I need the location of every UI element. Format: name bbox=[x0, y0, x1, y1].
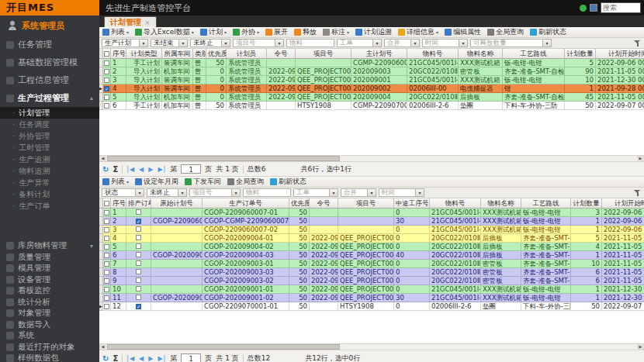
chevron-down-icon[interactable]: ▾ bbox=[410, 40, 419, 47]
checkbox-icon[interactable] bbox=[136, 295, 141, 300]
chevron-down-icon[interactable]: ▾ bbox=[436, 29, 438, 35]
checkbox-icon[interactable] bbox=[136, 278, 141, 283]
scrollbar-thumb[interactable] bbox=[107, 156, 340, 161]
checkbox-icon[interactable]: ✓ bbox=[136, 219, 141, 224]
table-row[interactable]: 8CGOP-202009003-03502022-09QEE_PROJECT00… bbox=[99, 268, 644, 277]
row-select-checkbox[interactable] bbox=[103, 302, 111, 311]
column-header[interactable]: 优先度 bbox=[206, 49, 227, 59]
checkbox-icon[interactable] bbox=[136, 260, 141, 266]
column-header[interactable]: 计划数量 bbox=[565, 49, 596, 59]
tab-plan-management[interactable]: 计划管理 × bbox=[104, 16, 157, 27]
toolbar-button[interactable]: 释放 bbox=[294, 27, 317, 37]
column-header[interactable]: 计划开始时间 bbox=[596, 49, 644, 59]
sidebar-item[interactable]: 对象管理 bbox=[0, 308, 99, 319]
row-select-checkbox[interactable] bbox=[103, 234, 111, 243]
column-header[interactable]: 优先度 bbox=[289, 198, 310, 209]
sidebar-item[interactable]: 生产过程管理▴ bbox=[0, 89, 99, 107]
chevron-down-icon[interactable]: ▾ bbox=[372, 40, 381, 47]
table-row[interactable]: 1CGOP-2209060007-0150021GC045/001I-00XXX… bbox=[99, 209, 644, 217]
table-row[interactable]: 5CGOP-202009004-02502022-09QEE_PROJECT00… bbox=[99, 243, 644, 251]
filter-combo[interactable]: 时间▾ bbox=[422, 39, 468, 47]
column-header[interactable]: 工艺路线 bbox=[521, 198, 571, 209]
filter-combo[interactable]: 时间▾ bbox=[379, 188, 424, 197]
row-select-checkbox[interactable] bbox=[103, 268, 111, 277]
toolbar-button[interactable]: 外协▾ bbox=[233, 27, 259, 37]
page-number-input[interactable]: 1 bbox=[181, 164, 201, 174]
column-header[interactable]: 物料号 bbox=[430, 198, 481, 209]
window-icon[interactable] bbox=[590, 4, 597, 12]
chevron-down-icon[interactable]: ▾ bbox=[257, 29, 259, 35]
column-header[interactable]: 项目号 bbox=[296, 49, 351, 59]
checkbox-icon[interactable] bbox=[136, 286, 141, 291]
sidebar-item[interactable]: 数据导入 bbox=[0, 319, 99, 331]
plan-hscrollbar[interactable]: ◀ ▶ bbox=[99, 155, 644, 162]
row-select-checkbox[interactable] bbox=[103, 260, 111, 268]
sidebar-item[interactable]: ·物料追溯 bbox=[0, 165, 99, 177]
filter-combo[interactable]: 未终止▾ bbox=[190, 39, 230, 47]
toolbar-button[interactable]: 导入Excel数据▾ bbox=[135, 27, 194, 37]
column-header[interactable]: 类别 bbox=[193, 49, 206, 59]
scroll-left-icon[interactable]: ◀ bbox=[99, 156, 106, 161]
checkbox-icon[interactable] bbox=[136, 235, 141, 240]
toolbar-button[interactable]: 下发车间 bbox=[185, 177, 221, 187]
filter-combo[interactable]: 物料 bbox=[243, 188, 291, 197]
toolbar-button[interactable]: 详细信息▾ bbox=[398, 27, 438, 37]
sidebar-item[interactable]: 基础数据管理模 bbox=[0, 53, 99, 71]
refresh-icon[interactable]: ↻ bbox=[102, 354, 109, 362]
filter-funnel-icon[interactable] bbox=[634, 190, 641, 196]
column-header[interactable]: 计划数量 bbox=[571, 198, 602, 209]
row-select-checkbox[interactable]: ✓ bbox=[103, 84, 111, 93]
row-select-checkbox[interactable] bbox=[103, 294, 111, 302]
toolbar-button[interactable]: 全局查询 bbox=[227, 177, 264, 187]
table-row[interactable]: 11CGOP-202009001-01CGOP-202009001-025020… bbox=[99, 294, 644, 302]
toolbar-button[interactable]: 全局查询 bbox=[487, 27, 524, 37]
column-header[interactable]: 物料号 bbox=[407, 49, 459, 59]
table-row[interactable]: 1手工计划装调车间普50系统管理员CGMP-220906000721GC045/… bbox=[99, 59, 644, 67]
filter-combo[interactable]: 合并▾ bbox=[341, 188, 376, 197]
filter-combo[interactable]: 未结束▾ bbox=[151, 39, 188, 47]
sidebar-item[interactable]: ·工时管理 bbox=[0, 142, 99, 153]
row-select-checkbox[interactable] bbox=[103, 209, 111, 217]
checkbox-icon[interactable] bbox=[136, 209, 141, 215]
column-header[interactable]: 项目号 bbox=[338, 198, 394, 209]
scroll-left-icon[interactable]: ◀ bbox=[99, 344, 106, 350]
tab-close-icon[interactable]: × bbox=[144, 19, 151, 26]
table-row[interactable]: ▶12✓CGOP-2209070001-0150HTSY1908002006II… bbox=[99, 302, 644, 311]
first-page-icon[interactable]: |◀ bbox=[126, 166, 135, 173]
column-header[interactable]: 主计划号 bbox=[351, 49, 407, 59]
filter-combo[interactable]: 工单▾ bbox=[337, 39, 382, 47]
row-select-checkbox[interactable] bbox=[103, 243, 111, 251]
sidebar-item[interactable]: ·生产异常 bbox=[0, 177, 99, 188]
toolbar-button[interactable]: 计划追溯 bbox=[355, 27, 392, 37]
toolbar-button[interactable]: 刷新状态 bbox=[270, 177, 306, 187]
table-row[interactable]: 5导入计划机加车间普0系统管理员2022-09QEE_PROJECT001202… bbox=[99, 93, 644, 102]
row-select-checkbox[interactable] bbox=[103, 285, 111, 294]
select-all-checkbox[interactable] bbox=[103, 49, 111, 59]
sidebar-item[interactable]: 设备管理 bbox=[0, 274, 99, 286]
select-all-checkbox[interactable] bbox=[103, 198, 111, 209]
column-header[interactable]: 序号 bbox=[111, 198, 126, 209]
chevron-down-icon[interactable]: ▾ bbox=[224, 29, 227, 35]
chevron-down-icon[interactable]: ▾ bbox=[126, 29, 129, 35]
table-row[interactable]: 3导入计划装调车间普0系统管理员2022-09QEE_PROJECT001202… bbox=[99, 76, 644, 84]
toolbar-button[interactable]: 刷新状态 bbox=[530, 27, 566, 37]
sidebar-item[interactable]: 最近打开的对象 bbox=[0, 342, 99, 353]
table-row[interactable]: 6手工计划机加车间普50系统管理员HTSY1908CGMP-2209070001… bbox=[99, 102, 644, 110]
toolbar-button[interactable]: 设定年月周 bbox=[135, 177, 178, 187]
global-search-input[interactable] bbox=[601, 2, 641, 13]
chevron-down-icon[interactable]: ▾ bbox=[221, 40, 230, 47]
toolbar-button[interactable]: 展开 bbox=[265, 27, 288, 37]
sidebar-item[interactable]: ·生产追溯 bbox=[0, 153, 99, 165]
column-header[interactable]: 工艺路线 bbox=[503, 49, 565, 59]
sidebar-item[interactable]: ·任务调度 bbox=[0, 119, 99, 130]
chevron-down-icon[interactable]: ▾ bbox=[367, 189, 376, 196]
chevron-down-icon[interactable]: ▾ bbox=[275, 40, 283, 47]
summary-icon[interactable]: Σ bbox=[113, 354, 118, 362]
sidebar-item[interactable]: 工程信息管理 bbox=[0, 71, 99, 89]
toolbar-button[interactable]: 列表▾ bbox=[102, 27, 129, 37]
checkbox-icon[interactable] bbox=[136, 252, 141, 257]
last-page-icon[interactable]: ▶| bbox=[158, 355, 166, 362]
order-hscrollbar[interactable]: ◀ ▶ bbox=[99, 343, 644, 350]
chevron-down-icon[interactable]: ▾ bbox=[459, 40, 467, 47]
prev-page-icon[interactable]: ◀ bbox=[139, 355, 144, 362]
